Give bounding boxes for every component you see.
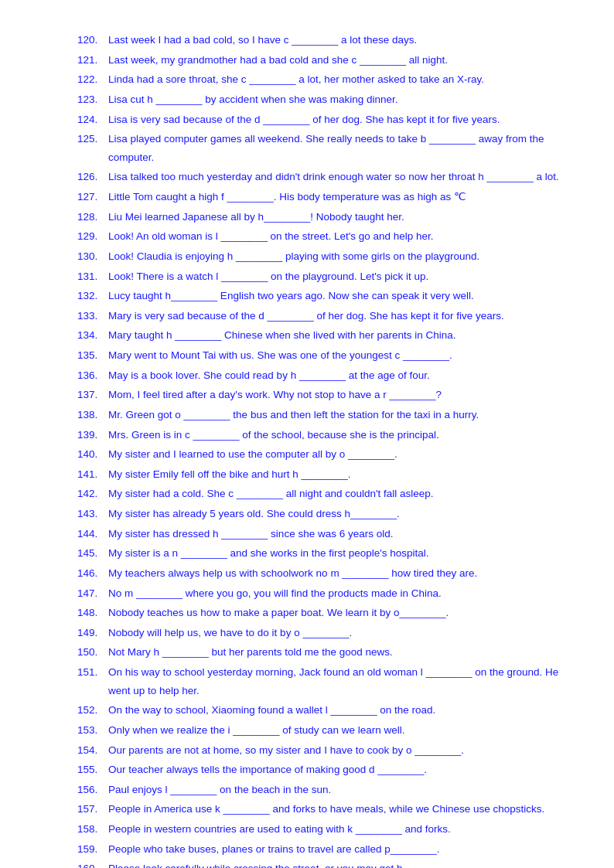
sentence-text: On his way to school yesterday morning, … (108, 663, 568, 700)
sentence-text: Mary went to Mount Tai with us. She was … (108, 346, 568, 365)
sentence-text: Paul enjoys l ________ on the beach in t… (108, 781, 568, 799)
sentence-text: Look! An old woman is l ________ on the … (108, 227, 568, 246)
sentence-text: Only when we realize the i ________ of s… (108, 721, 568, 740)
sentence-number: 143. (77, 505, 108, 523)
sentence-number: 157. (77, 800, 108, 819)
list-item: 137.Mom, I feel tired after a day's work… (77, 386, 568, 404)
sentence-number: 126. (77, 168, 108, 186)
sentence-number: 124. (77, 111, 108, 129)
sentence-text: Mary is very sad because of the d ______… (108, 307, 568, 325)
list-item: 124.Lisa is very sad because of the d __… (77, 111, 568, 129)
list-item: 144.My sister has dressed h ________ sin… (77, 525, 568, 543)
list-item: 159.People who take buses, planes or tra… (77, 840, 568, 859)
list-item: 157.People in America use k ________ and… (77, 800, 568, 819)
sentence-text: Our teacher always tells the importance … (108, 761, 568, 779)
sentence-number: 149. (77, 624, 108, 642)
sentence-text: Lisa talked too much yesterday and didn'… (108, 168, 568, 186)
list-item: 158.People in western countries are used… (77, 820, 568, 839)
list-item: 127.Little Tom caught a high f ________.… (77, 188, 568, 206)
sentence-text: Lisa played computer games all weekend. … (108, 130, 568, 166)
list-item: 131.Look! There is a watch l ________ on… (77, 267, 568, 286)
sentence-text: Last week I had a bad cold, so I have c … (108, 31, 568, 49)
sentence-text: Not Mary h ________ but her parents told… (108, 643, 568, 662)
sentence-text: My sister had a cold. She c ________ all… (108, 485, 568, 503)
sentence-number: 139. (77, 426, 108, 444)
sentence-number: 120. (77, 31, 108, 49)
sentence-number: 144. (77, 525, 108, 543)
sentence-text: Linda had a sore throat, she c ________ … (108, 70, 568, 89)
sentence-text: Nobody teaches us how to make a paper bo… (108, 604, 568, 622)
list-item: 150.Not Mary h ________ but her parents … (77, 643, 568, 662)
sentence-number: 133. (77, 307, 108, 325)
list-item: 126.Lisa talked too much yesterday and d… (77, 168, 568, 186)
sentence-number: 136. (77, 366, 108, 385)
sentence-text: Liu Mei learned Japanese all by h_______… (108, 208, 568, 226)
sentence-text: My sister Emily fell off the bike and hu… (108, 465, 568, 484)
list-item: 143.My sister has already 5 years old. S… (77, 505, 568, 523)
list-item: 142.My sister had a cold. She c ________… (77, 485, 568, 503)
sentence-number: 148. (77, 604, 108, 622)
sentence-text: Little Tom caught a high f ________. His… (108, 188, 568, 206)
sentence-number: 141. (77, 465, 108, 484)
sentence-text: My sister has dressed h ________ since s… (108, 525, 568, 543)
list-item: 125.Lisa played computer games all weeke… (77, 130, 568, 166)
sentence-number: 145. (77, 544, 108, 563)
sentence-number: 153. (77, 721, 108, 740)
sentence-text: Nobody will help us, we have to do it by… (108, 624, 568, 642)
list-item: 141.My sister Emily fell off the bike an… (77, 465, 568, 484)
list-item: 136.May is a book lover. She could read … (77, 366, 568, 385)
sentence-number: 130. (77, 247, 108, 266)
sentence-list: 120.Last week I had a bad cold, so I hav… (77, 31, 568, 868)
sentence-text: My teachers always help us with schoolwo… (108, 564, 568, 583)
list-item: 156.Paul enjoys l ________ on the beach … (77, 781, 568, 799)
sentence-text: Look! Claudia is enjoying h ________ pla… (108, 247, 568, 266)
sentence-number: 155. (77, 761, 108, 779)
sentence-text: Lisa cut h ________ by accident when she… (108, 90, 568, 109)
list-item: 139.Mrs. Green is in c ________ of the s… (77, 426, 568, 444)
list-item: 130.Look! Claudia is enjoying h ________… (77, 247, 568, 266)
sentence-number: 138. (77, 406, 108, 424)
sentence-number: 142. (77, 485, 108, 503)
sentence-text: Please look carefully while crossing the… (108, 859, 568, 868)
list-item: 153.Only when we realize the i ________ … (77, 721, 568, 740)
sentence-number: 129. (77, 227, 108, 246)
sentence-number: 147. (77, 584, 108, 603)
sentence-number: 140. (77, 445, 108, 464)
list-item: 133.Mary is very sad because of the d __… (77, 307, 568, 325)
list-item: 138.Mr. Green got o ________ the bus and… (77, 406, 568, 424)
list-item: 128.Liu Mei learned Japanese all by h___… (77, 208, 568, 226)
sentence-text: People in America use k ________ and for… (108, 800, 568, 819)
list-item: 148.Nobody teaches us how to make a pape… (77, 604, 568, 622)
sentence-text: Our parents are not at home, so my siste… (108, 741, 568, 760)
list-item: 147.No m ________ where you go, you will… (77, 584, 568, 603)
sentence-number: 128. (77, 208, 108, 226)
sentence-number: 132. (77, 287, 108, 305)
sentence-number: 159. (77, 840, 108, 859)
list-item: 140.My sister and I learned to use the c… (77, 445, 568, 464)
sentence-number: 160. (77, 859, 108, 868)
sentence-number: 137. (77, 386, 108, 404)
list-item: 155.Our teacher always tells the importa… (77, 761, 568, 779)
sentence-text: Lucy taught h________ English two years … (108, 287, 568, 305)
sentence-text: Lisa is very sad because of the d ______… (108, 111, 568, 129)
sentence-number: 154. (77, 741, 108, 760)
list-item: 135.Mary went to Mount Tai with us. She … (77, 346, 568, 365)
list-item: 146.My teachers always help us with scho… (77, 564, 568, 583)
sentence-text: No m ________ where you go, you will fin… (108, 584, 568, 603)
sentence-number: 158. (77, 820, 108, 839)
sentence-number: 125. (77, 130, 108, 166)
sentence-text: People who take buses, planes or trains … (108, 840, 568, 859)
list-item: 121.Last week, my grandmother had a bad … (77, 51, 568, 70)
list-item: 122.Linda had a sore throat, she c _____… (77, 70, 568, 89)
sentence-number: 152. (77, 701, 108, 720)
sentence-number: 146. (77, 564, 108, 583)
list-item: 123.Lisa cut h ________ by accident when… (77, 90, 568, 109)
sentence-number: 156. (77, 781, 108, 799)
sentence-text: Look! There is a watch l ________ on the… (108, 267, 568, 286)
sentence-number: 122. (77, 70, 108, 89)
list-item: 149.Nobody will help us, we have to do i… (77, 624, 568, 642)
sentence-text: People in western countries are used to … (108, 820, 568, 839)
sentence-number: 131. (77, 267, 108, 286)
list-item: 132.Lucy taught h________ English two ye… (77, 287, 568, 305)
sentence-number: 135. (77, 346, 108, 365)
